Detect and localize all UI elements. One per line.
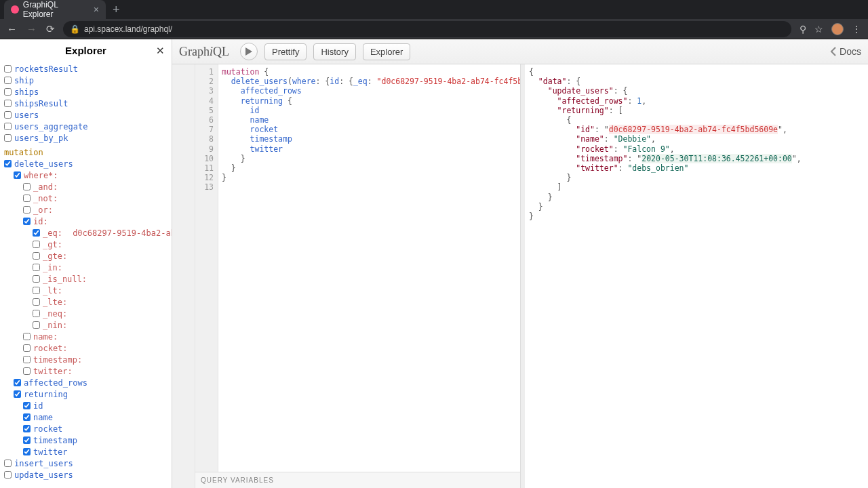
checkbox-update_users[interactable] bbox=[4, 471, 12, 479]
checkbox-ret-twitter[interactable] bbox=[23, 448, 31, 455]
explorer-title: Explorer bbox=[65, 45, 106, 56]
query-editor[interactable]: 12345678910111213 mutation { delete_user… bbox=[195, 64, 521, 488]
tree-label[interactable]: name bbox=[33, 413, 53, 422]
tree-label[interactable]: insert_users bbox=[14, 459, 73, 468]
checkbox-delete_users[interactable] bbox=[4, 160, 12, 167]
checkbox-or[interactable] bbox=[23, 206, 31, 214]
checkbox-twitter[interactable] bbox=[23, 367, 31, 375]
tree-label[interactable]: rocket bbox=[33, 424, 62, 434]
checkbox-lt[interactable] bbox=[33, 287, 40, 294]
tree-label[interactable]: shipsResult bbox=[14, 99, 68, 108]
checkbox-ret-rocket[interactable] bbox=[23, 425, 31, 432]
reload-icon[interactable]: ⟳ bbox=[46, 23, 55, 35]
checkbox-affected_rows[interactable] bbox=[14, 379, 21, 386]
checkbox-gte[interactable] bbox=[33, 252, 40, 260]
tree-label[interactable]: _gte: bbox=[43, 251, 67, 261]
checkbox-ret-name[interactable] bbox=[23, 413, 31, 421]
tree-label[interactable]: ships bbox=[14, 87, 39, 97]
tree-label[interactable]: _is_null: bbox=[43, 274, 87, 284]
browser-toolbar: ← → ⟳ 🔒 api.spacex.land/graphql/ ⚲ ☆ ⋮ bbox=[0, 19, 868, 39]
checkbox-returning[interactable] bbox=[14, 390, 21, 398]
tree-label[interactable]: id bbox=[33, 401, 43, 411]
checkbox-lte[interactable] bbox=[33, 298, 40, 306]
tree-label[interactable]: users_aggregate bbox=[14, 122, 87, 131]
query-code[interactable]: mutation { delete_users(where: {id: {_eq… bbox=[218, 64, 520, 472]
prettify-button[interactable]: Prettify bbox=[264, 43, 307, 60]
back-icon[interactable]: ← bbox=[7, 23, 17, 35]
checkbox-shipsResult[interactable] bbox=[4, 100, 12, 107]
menu-icon[interactable]: ⋮ bbox=[852, 24, 861, 35]
tree-label[interactable]: timestamp: bbox=[33, 355, 82, 365]
explorer-button[interactable]: Explorer bbox=[363, 43, 410, 60]
checkbox-ret-id[interactable] bbox=[23, 402, 31, 409]
tree-label[interactable]: affected_rows bbox=[24, 378, 87, 388]
checkbox-nin[interactable] bbox=[33, 321, 40, 329]
query-variables-bar[interactable]: QUERY VARIABLES bbox=[195, 472, 520, 488]
tree-label[interactable]: users_by_pk bbox=[14, 134, 68, 143]
checkbox-insert_users[interactable] bbox=[4, 460, 12, 467]
tree-label[interactable]: rocketsResult bbox=[14, 64, 78, 74]
checkbox-timestamp[interactable] bbox=[23, 356, 31, 363]
tree-label[interactable]: _not: bbox=[33, 194, 58, 203]
tree-label[interactable]: _lt: bbox=[43, 286, 62, 296]
new-tab-button[interactable]: + bbox=[113, 3, 120, 17]
tree-label[interactable]: _neq: bbox=[43, 309, 67, 319]
play-icon bbox=[245, 47, 252, 56]
docs-button[interactable]: Docs bbox=[830, 46, 861, 57]
checkbox-users_by_pk[interactable] bbox=[4, 134, 12, 142]
tree-label[interactable]: name: bbox=[33, 332, 58, 342]
play-button[interactable] bbox=[240, 43, 258, 60]
tree-label[interactable]: twitter bbox=[33, 447, 68, 457]
mutation-heading: mutation bbox=[4, 144, 167, 158]
checkbox-users_aggregate[interactable] bbox=[4, 123, 12, 130]
tree-label[interactable]: _in: bbox=[43, 263, 62, 272]
checkbox-in[interactable] bbox=[33, 264, 40, 271]
tree-label[interactable]: update_users bbox=[14, 470, 73, 480]
checkbox-eq[interactable] bbox=[33, 229, 40, 237]
checkbox-gt[interactable] bbox=[33, 241, 40, 248]
tree-label[interactable]: where*: bbox=[24, 171, 58, 180]
chevron-left-icon bbox=[830, 47, 837, 56]
checkbox-users[interactable] bbox=[4, 111, 12, 119]
avatar[interactable] bbox=[831, 23, 844, 35]
checkbox-is_null[interactable] bbox=[33, 275, 40, 283]
favicon bbox=[11, 5, 19, 14]
search-icon[interactable]: ⚲ bbox=[800, 24, 806, 35]
checkbox-ret-timestamp[interactable] bbox=[23, 436, 31, 444]
tree-label[interactable]: _lte: bbox=[43, 298, 67, 307]
tree-label[interactable]: rocket: bbox=[33, 344, 68, 353]
explorer-panel: Explorer ✕ rocketsResult ship ships ship… bbox=[0, 39, 172, 488]
checkbox-name[interactable] bbox=[23, 333, 31, 340]
tree-label[interactable]: _nin: bbox=[43, 321, 67, 330]
tree-label[interactable]: twitter: bbox=[33, 367, 73, 376]
checkbox-ships[interactable] bbox=[4, 88, 12, 96]
history-button[interactable]: History bbox=[313, 43, 355, 60]
star-icon[interactable]: ☆ bbox=[814, 24, 823, 35]
close-icon[interactable]: × bbox=[94, 5, 99, 14]
tree-label[interactable]: _and: bbox=[33, 182, 58, 192]
checkbox-ship[interactable] bbox=[4, 77, 12, 84]
checkbox-neq[interactable] bbox=[33, 310, 40, 317]
explorer-close-icon[interactable]: ✕ bbox=[156, 45, 165, 57]
tree-label[interactable]: delete_users bbox=[14, 159, 73, 169]
graphiql-logo: GraphiQL bbox=[179, 45, 229, 59]
lock-icon: 🔒 bbox=[70, 24, 80, 34]
tree-label[interactable]: id: bbox=[33, 217, 48, 226]
tree-label[interactable]: _eq: bbox=[43, 228, 62, 238]
tree-label[interactable]: _or: bbox=[33, 205, 53, 215]
tab-title: GraphiQL Explorer bbox=[23, 0, 90, 19]
tree-label[interactable]: timestamp bbox=[33, 436, 77, 445]
address-bar[interactable]: 🔒 api.spacex.land/graphql/ bbox=[63, 21, 791, 37]
tree-label[interactable]: returning bbox=[24, 390, 68, 399]
checkbox-rocket[interactable] bbox=[23, 344, 31, 352]
checkbox-where[interactable] bbox=[14, 171, 21, 179]
tree-label[interactable]: _gt: bbox=[43, 240, 62, 249]
tree-label[interactable]: ship bbox=[14, 76, 34, 85]
checkbox-and[interactable] bbox=[23, 183, 31, 190]
browser-tab[interactable]: GraphiQL Explorer × bbox=[4, 0, 106, 19]
tree-label[interactable]: users bbox=[14, 110, 39, 120]
checkbox-rocketsResult[interactable] bbox=[4, 65, 12, 73]
checkbox-id[interactable] bbox=[23, 218, 31, 225]
eq-value[interactable]: d0c68297-9519-4ba2-ab74-fc4 bbox=[73, 228, 172, 238]
checkbox-not[interactable] bbox=[23, 195, 31, 202]
